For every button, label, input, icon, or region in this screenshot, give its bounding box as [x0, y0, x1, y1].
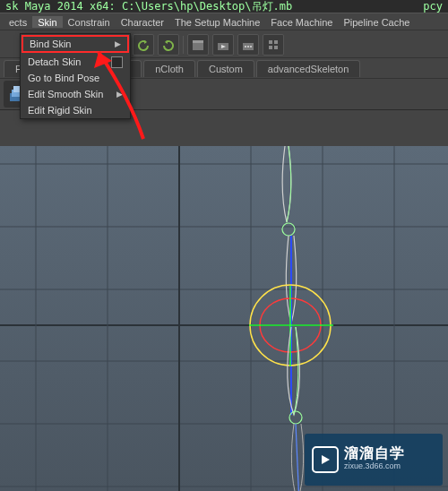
menu-item-label: Edit Rigid Skin: [28, 102, 92, 118]
watermark-url: zixue.3d66.com: [344, 460, 405, 472]
render-settings-button[interactable]: [237, 34, 259, 56]
render-button[interactable]: [187, 34, 209, 56]
watermark-badge: 溜溜自学 zixue.3d66.com: [305, 434, 443, 486]
menu-item-label: Go to Bind Pose: [28, 70, 99, 86]
window-title-text: sk Maya 2014 x64: C:\Users\hp\Desktop\吊灯…: [5, 0, 292, 13]
menu-pipeline-cache[interactable]: Pipeline Cache: [338, 16, 415, 28]
redo-button[interactable]: [158, 34, 179, 56]
redo-icon: [162, 39, 175, 51]
toolbar-button-group: [133, 34, 284, 56]
undo-icon: [137, 39, 150, 51]
watermark-brand: 溜溜自学: [344, 447, 405, 460]
menu-constrain[interactable]: Constrain: [63, 16, 116, 28]
clapper-play-icon: [217, 39, 229, 51]
menu-item-bind-skin[interactable]: Bind Skin ▶: [22, 36, 128, 52]
main-menu-bar: ects Skin Constrain Character The Setup …: [0, 13, 448, 30]
svg-line-41: [296, 424, 299, 491]
menu-face-machine[interactable]: Face Machine: [265, 16, 338, 28]
submenu-arrow-icon: ▶: [115, 36, 121, 52]
undo-button[interactable]: [133, 34, 154, 56]
toolbar-separator: [183, 36, 184, 54]
shelf-tab-advskel[interactable]: advancedSkeleton: [256, 60, 361, 77]
clapper-dots-icon: [242, 39, 254, 51]
clapper-icon: [192, 39, 204, 51]
svg-point-34: [282, 223, 295, 236]
render-view-button[interactable]: [263, 34, 284, 56]
grid-icon: [267, 39, 280, 51]
svg-rect-10: [274, 46, 278, 49]
window-title-bar: sk Maya 2014 x64: C:\Users\hp\Desktop\吊灯…: [0, 0, 448, 13]
ipr-button[interactable]: [212, 34, 234, 56]
shelf-tab-custom[interactable]: Custom: [197, 60, 254, 77]
svg-rect-1: [193, 40, 203, 43]
menu-character[interactable]: Character: [116, 16, 169, 28]
title-right-text: pcy: [423, 0, 443, 13]
submenu-arrow-icon: ▶: [116, 86, 123, 102]
svg-rect-9: [269, 46, 272, 49]
menu-item-edit-rigid-skin[interactable]: Edit Rigid Skin: [21, 102, 130, 118]
play-icon: [312, 446, 339, 473]
menu-effects[interactable]: ects: [4, 16, 32, 28]
svg-point-6: [250, 46, 252, 47]
menu-item-label: Detach Skin: [28, 54, 81, 70]
menu-tsm[interactable]: The Setup Machine: [169, 16, 265, 28]
option-box-icon[interactable]: [111, 56, 123, 68]
svg-point-40: [289, 411, 302, 424]
svg-point-5: [247, 46, 249, 47]
menu-item-label: Edit Smooth Skin: [28, 86, 103, 102]
menu-skin[interactable]: Skin: [32, 16, 62, 28]
svg-rect-8: [274, 40, 278, 44]
menu-item-detach-skin[interactable]: Detach Skin: [21, 54, 130, 70]
svg-rect-0: [193, 43, 203, 50]
shelf-tab-ncloth[interactable]: nCloth: [143, 60, 195, 77]
viewport-3d[interactable]: 溜溜自学 zixue.3d66.com: [0, 146, 448, 491]
menu-item-go-to-bind-pose[interactable]: Go to Bind Pose: [21, 70, 130, 86]
menu-item-edit-smooth-skin[interactable]: Edit Smooth Skin ▶: [21, 86, 130, 102]
menu-item-label: Bind Skin: [30, 36, 71, 52]
skin-dropdown-menu: Bind Skin ▶ Detach Skin Go to Bind Pose …: [20, 33, 131, 119]
svg-rect-7: [269, 40, 272, 44]
svg-point-4: [245, 46, 246, 47]
